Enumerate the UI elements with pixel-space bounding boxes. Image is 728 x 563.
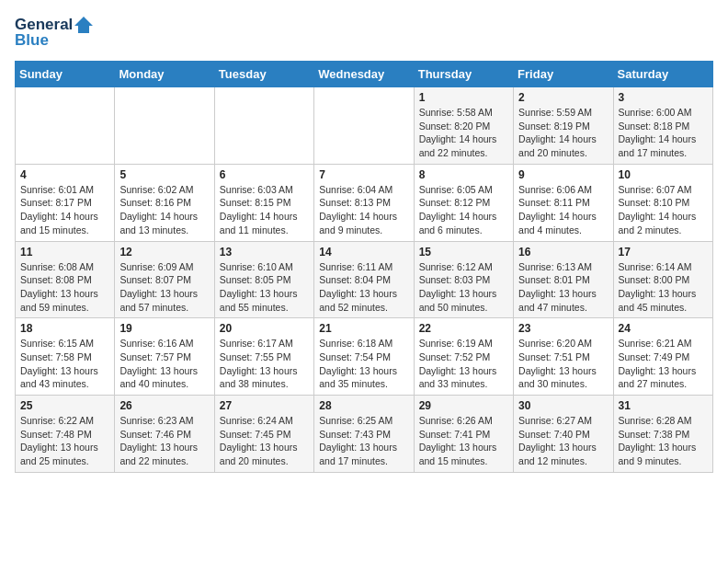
day-number: 13: [220, 246, 309, 259]
day-number: 21: [319, 322, 408, 335]
calendar-cell: 9Sunrise: 6:06 AM Sunset: 8:11 PM Daylig…: [514, 164, 613, 241]
day-info: Sunrise: 6:26 AM Sunset: 7:41 PM Dayligh…: [419, 414, 508, 468]
calendar-cell: 25Sunrise: 6:22 AM Sunset: 7:48 PM Dayli…: [16, 396, 115, 473]
calendar-cell: 20Sunrise: 6:17 AM Sunset: 7:55 PM Dayli…: [214, 318, 313, 396]
day-number: 2: [518, 91, 608, 104]
day-number: 7: [319, 168, 408, 181]
day-info: Sunrise: 6:09 AM Sunset: 8:07 PM Dayligh…: [119, 260, 209, 315]
calendar-cell: 18Sunrise: 6:15 AM Sunset: 7:58 PM Dayli…: [16, 318, 115, 396]
calendar-cell: [214, 87, 313, 165]
day-info: Sunrise: 6:05 AM Sunset: 8:12 PM Dayligh…: [419, 183, 508, 237]
calendar-cell: 24Sunrise: 6:21 AM Sunset: 7:49 PM Dayli…: [613, 318, 712, 396]
day-info: Sunrise: 6:19 AM Sunset: 7:52 PM Dayligh…: [419, 337, 508, 391]
day-number: 10: [619, 168, 708, 181]
calendar-body: 1Sunrise: 5:58 AM Sunset: 8:20 PM Daylig…: [16, 87, 713, 473]
day-info: Sunrise: 6:13 AM Sunset: 8:01 PM Dayligh…: [518, 260, 608, 315]
day-number: 11: [20, 246, 109, 259]
day-number: 25: [20, 399, 109, 412]
day-number: 29: [419, 399, 508, 412]
calendar-cell: 29Sunrise: 6:26 AM Sunset: 7:41 PM Dayli…: [414, 396, 513, 473]
calendar-cell: 13Sunrise: 6:10 AM Sunset: 8:05 PM Dayli…: [214, 241, 313, 318]
day-info: Sunrise: 6:28 AM Sunset: 7:38 PM Dayligh…: [619, 414, 708, 468]
calendar-cell: [115, 87, 214, 165]
day-info: Sunrise: 6:03 AM Sunset: 8:15 PM Dayligh…: [220, 183, 309, 237]
calendar-week-row: 11Sunrise: 6:08 AM Sunset: 8:08 PM Dayli…: [16, 241, 713, 318]
calendar-cell: 2Sunrise: 5:59 AM Sunset: 8:19 PM Daylig…: [514, 87, 613, 165]
day-info: Sunrise: 6:04 AM Sunset: 8:13 PM Dayligh…: [319, 183, 408, 237]
calendar-cell: 26Sunrise: 6:23 AM Sunset: 7:46 PM Dayli…: [115, 396, 214, 473]
calendar-cell: 15Sunrise: 6:12 AM Sunset: 8:03 PM Dayli…: [414, 241, 513, 318]
day-number: 16: [518, 246, 608, 259]
logo: General Blue: [15, 15, 95, 50]
calendar-cell: 22Sunrise: 6:19 AM Sunset: 7:52 PM Dayli…: [414, 318, 513, 396]
logo-icon: [74, 15, 95, 35]
calendar-cell: 14Sunrise: 6:11 AM Sunset: 8:04 PM Dayli…: [314, 241, 414, 318]
calendar-cell: 5Sunrise: 6:02 AM Sunset: 8:16 PM Daylig…: [115, 164, 214, 241]
day-number: 18: [20, 322, 109, 335]
day-info: Sunrise: 6:24 AM Sunset: 7:45 PM Dayligh…: [220, 414, 309, 468]
day-info: Sunrise: 6:08 AM Sunset: 8:08 PM Dayligh…: [20, 260, 109, 315]
day-of-week-header: Saturday: [613, 62, 712, 87]
day-info: Sunrise: 6:17 AM Sunset: 7:55 PM Dayligh…: [220, 337, 309, 391]
day-info: Sunrise: 6:11 AM Sunset: 8:04 PM Dayligh…: [319, 260, 408, 315]
day-number: 15: [419, 246, 508, 259]
day-info: Sunrise: 6:20 AM Sunset: 7:51 PM Dayligh…: [518, 337, 608, 391]
calendar-week-row: 1Sunrise: 5:58 AM Sunset: 8:20 PM Daylig…: [16, 87, 713, 165]
day-number: 26: [119, 399, 209, 412]
calendar-cell: 1Sunrise: 5:58 AM Sunset: 8:20 PM Daylig…: [414, 87, 513, 165]
day-of-week-header: Sunday: [16, 62, 115, 87]
calendar-week-row: 4Sunrise: 6:01 AM Sunset: 8:17 PM Daylig…: [16, 164, 713, 241]
calendar-cell: 17Sunrise: 6:14 AM Sunset: 8:00 PM Dayli…: [613, 241, 712, 318]
calendar-cell: 21Sunrise: 6:18 AM Sunset: 7:54 PM Dayli…: [314, 318, 414, 396]
day-number: 6: [220, 168, 309, 181]
day-info: Sunrise: 6:00 AM Sunset: 8:18 PM Dayligh…: [619, 106, 708, 160]
day-info: Sunrise: 6:21 AM Sunset: 7:49 PM Dayligh…: [619, 337, 708, 391]
calendar-table: SundayMondayTuesdayWednesdayThursdayFrid…: [15, 61, 713, 473]
calendar-week-row: 18Sunrise: 6:15 AM Sunset: 7:58 PM Dayli…: [16, 318, 713, 396]
day-info: Sunrise: 6:15 AM Sunset: 7:58 PM Dayligh…: [20, 337, 109, 391]
calendar-cell: 12Sunrise: 6:09 AM Sunset: 8:07 PM Dayli…: [115, 241, 214, 318]
day-number: 5: [119, 168, 209, 181]
calendar-cell: 28Sunrise: 6:25 AM Sunset: 7:43 PM Dayli…: [314, 396, 414, 473]
day-info: Sunrise: 5:58 AM Sunset: 8:20 PM Dayligh…: [419, 106, 508, 160]
day-number: 19: [119, 322, 209, 335]
calendar-cell: 27Sunrise: 6:24 AM Sunset: 7:45 PM Dayli…: [214, 396, 313, 473]
day-info: Sunrise: 6:01 AM Sunset: 8:17 PM Dayligh…: [20, 183, 109, 237]
day-number: 1: [419, 91, 508, 104]
day-info: Sunrise: 6:06 AM Sunset: 8:11 PM Dayligh…: [518, 183, 608, 237]
day-number: 3: [619, 91, 708, 104]
day-info: Sunrise: 6:12 AM Sunset: 8:03 PM Dayligh…: [419, 260, 508, 315]
day-info: Sunrise: 6:14 AM Sunset: 8:00 PM Dayligh…: [619, 260, 708, 315]
calendar-cell: 19Sunrise: 6:16 AM Sunset: 7:57 PM Dayli…: [115, 318, 214, 396]
logo-blue: Blue: [15, 31, 49, 50]
calendar-cell: 6Sunrise: 6:03 AM Sunset: 8:15 PM Daylig…: [214, 164, 313, 241]
calendar-week-row: 25Sunrise: 6:22 AM Sunset: 7:48 PM Dayli…: [16, 396, 713, 473]
day-number: 24: [619, 322, 708, 335]
day-number: 14: [319, 246, 408, 259]
day-number: 17: [619, 246, 708, 259]
day-info: Sunrise: 6:16 AM Sunset: 7:57 PM Dayligh…: [119, 337, 209, 391]
calendar-cell: 16Sunrise: 6:13 AM Sunset: 8:01 PM Dayli…: [514, 241, 613, 318]
day-number: 9: [518, 168, 608, 181]
day-of-week-header: Wednesday: [314, 62, 414, 87]
calendar-cell: 23Sunrise: 6:20 AM Sunset: 7:51 PM Dayli…: [514, 318, 613, 396]
day-info: Sunrise: 6:25 AM Sunset: 7:43 PM Dayligh…: [319, 414, 408, 468]
day-info: Sunrise: 6:18 AM Sunset: 7:54 PM Dayligh…: [319, 337, 408, 391]
calendar-header-row: SundayMondayTuesdayWednesdayThursdayFrid…: [16, 62, 713, 87]
calendar-cell: 4Sunrise: 6:01 AM Sunset: 8:17 PM Daylig…: [16, 164, 115, 241]
day-number: 20: [220, 322, 309, 335]
day-of-week-header: Monday: [115, 62, 214, 87]
calendar-cell: [314, 87, 414, 165]
calendar-cell: 10Sunrise: 6:07 AM Sunset: 8:10 PM Dayli…: [613, 164, 712, 241]
day-number: 22: [419, 322, 508, 335]
day-info: Sunrise: 6:27 AM Sunset: 7:40 PM Dayligh…: [518, 414, 608, 468]
day-info: Sunrise: 6:02 AM Sunset: 8:16 PM Dayligh…: [119, 183, 209, 237]
day-number: 23: [518, 322, 608, 335]
day-info: Sunrise: 5:59 AM Sunset: 8:19 PM Dayligh…: [518, 106, 608, 160]
day-info: Sunrise: 6:23 AM Sunset: 7:46 PM Dayligh…: [119, 414, 209, 468]
day-number: 28: [319, 399, 408, 412]
day-info: Sunrise: 6:22 AM Sunset: 7:48 PM Dayligh…: [20, 414, 109, 468]
day-number: 30: [518, 399, 608, 412]
day-info: Sunrise: 6:07 AM Sunset: 8:10 PM Dayligh…: [619, 183, 708, 237]
svg-marker-0: [74, 17, 93, 33]
